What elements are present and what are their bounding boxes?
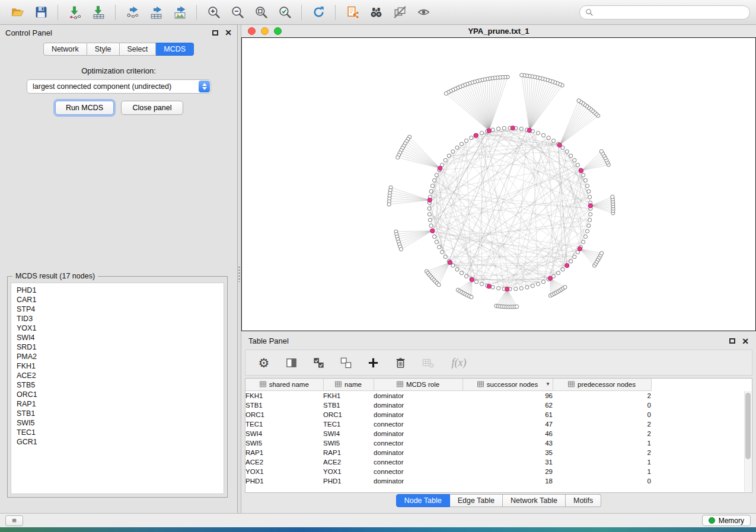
table-row[interactable]: TEC1TEC1connector472	[245, 419, 752, 429]
cell-name[interactable]: FKH1	[323, 390, 374, 400]
network-node[interactable]	[396, 156, 400, 159]
delete-table-button[interactable]	[420, 354, 435, 371]
network-node[interactable]	[428, 218, 432, 222]
network-node[interactable]	[515, 305, 518, 308]
cell-name[interactable]: ACE2	[323, 457, 374, 467]
network-node[interactable]	[531, 284, 534, 287]
delete-list-button[interactable]	[393, 354, 408, 371]
tab-network-table[interactable]: Network Table	[503, 494, 566, 507]
network-node[interactable]	[569, 259, 573, 263]
table-row[interactable]: ACE2ACE2connector311	[245, 457, 752, 467]
close-panel-button[interactable]: Close panel	[121, 101, 183, 115]
mcds-node-item[interactable]: PHD1	[11, 286, 224, 295]
refresh-view-button[interactable]	[307, 3, 330, 22]
cell-mcds-role[interactable]: dominator	[374, 429, 462, 438]
cell-mcds-role[interactable]: dominator	[374, 410, 462, 419]
cell-name[interactable]: SWI5	[323, 438, 374, 448]
table-row[interactable]: STB1STB1dominator620	[245, 400, 752, 410]
cell-shared-name[interactable]: ACE2	[245, 457, 323, 467]
network-node[interactable]	[556, 271, 560, 275]
network-node[interactable]	[429, 224, 433, 227]
cell-predecessor-nodes[interactable]: 1	[553, 467, 651, 476]
table-row[interactable]: RAP1RAP1dominator352	[245, 448, 752, 457]
mcds-network-node[interactable]	[588, 204, 592, 208]
export-image-button[interactable]	[168, 3, 191, 22]
float-panel-icon[interactable]	[212, 30, 218, 36]
network-node[interactable]	[583, 178, 587, 182]
network-node[interactable]	[432, 178, 436, 182]
mcds-node-item[interactable]: TEC1	[11, 428, 224, 437]
cell-successor-nodes[interactable]: 35	[462, 448, 553, 457]
network-node[interactable]	[589, 213, 592, 216]
tab-select[interactable]: Select	[120, 43, 157, 56]
cell-mcds-role[interactable]: connector	[374, 467, 462, 476]
cell-mcds-role[interactable]: dominator	[374, 448, 462, 457]
function-builder-button[interactable]: f(x)	[447, 354, 471, 371]
cell-successor-nodes[interactable]: 18	[462, 476, 553, 486]
select-all-button[interactable]	[311, 354, 326, 371]
cell-mcds-role[interactable]: dominator	[374, 400, 462, 410]
network-node[interactable]	[429, 190, 433, 193]
cell-predecessor-nodes[interactable]: 0	[553, 400, 651, 410]
column-header-mcds-role[interactable]: MCDS role	[374, 379, 462, 390]
close-table-panel-icon[interactable]: ✕	[742, 338, 749, 344]
mcds-node-item[interactable]: SRD1	[11, 342, 224, 352]
network-node[interactable]	[455, 268, 459, 271]
network-node[interactable]	[444, 158, 447, 162]
network-node[interactable]	[585, 184, 589, 188]
mcds-node-item[interactable]: GCR1	[11, 437, 224, 447]
network-node[interactable]	[536, 131, 540, 134]
network-node[interactable]	[438, 245, 441, 249]
cell-name[interactable]: SWI4	[323, 429, 374, 438]
column-header-shared-name[interactable]: shared name	[245, 379, 323, 390]
table-row[interactable]: ORC1ORC1dominator610	[245, 410, 752, 419]
network-node[interactable]	[428, 213, 431, 216]
cell-shared-name[interactable]: RAP1	[245, 448, 323, 457]
network-node[interactable]	[444, 255, 447, 258]
cell-mcds-role[interactable]: connector	[374, 438, 462, 448]
mcds-network-node[interactable]	[578, 246, 582, 251]
network-node[interactable]	[447, 154, 451, 158]
mcds-node-item[interactable]: SWI5	[11, 418, 224, 428]
cell-predecessor-nodes[interactable]: 2	[553, 419, 651, 429]
network-node[interactable]	[460, 271, 463, 275]
show-all-button[interactable]	[412, 3, 435, 22]
mcds-network-node[interactable]	[564, 263, 569, 267]
network-node[interactable]	[497, 287, 500, 290]
cell-successor-nodes[interactable]: 29	[462, 467, 553, 476]
network-node[interactable]	[599, 149, 603, 153]
mcds-node-item[interactable]: CAR1	[11, 295, 224, 305]
network-node[interactable]	[563, 286, 567, 289]
first-neighbors-button[interactable]	[365, 3, 387, 22]
network-node[interactable]	[435, 173, 438, 177]
import-table-button[interactable]	[87, 3, 110, 22]
cell-name[interactable]: STB1	[323, 400, 374, 410]
search-box[interactable]	[579, 5, 750, 20]
copy-document-button[interactable]	[341, 3, 363, 22]
cell-name[interactable]: TEC1	[323, 419, 374, 429]
network-node[interactable]	[502, 126, 506, 130]
mcds-network-node[interactable]	[428, 198, 432, 202]
network-node[interactable]	[541, 133, 545, 137]
network-node[interactable]	[430, 184, 434, 188]
network-node[interactable]	[464, 139, 468, 142]
table-row[interactable]: PHD1PHD1dominator180	[245, 476, 752, 486]
network-node[interactable]	[551, 139, 555, 142]
network-node[interactable]	[435, 240, 438, 243]
zoom-out-button[interactable]	[226, 3, 248, 22]
cell-shared-name[interactable]: YOX1	[245, 467, 323, 476]
column-header-name[interactable]: name	[323, 379, 374, 390]
cell-shared-name[interactable]: ORC1	[245, 410, 323, 419]
cell-successor-nodes[interactable]: 61	[462, 410, 553, 419]
column-header-successor-nodes[interactable]: successor nodes ▾	[462, 379, 553, 390]
network-node[interactable]	[573, 158, 576, 162]
cell-predecessor-nodes[interactable]: 2	[553, 448, 651, 457]
network-node[interactable]	[455, 146, 459, 149]
network-node[interactable]	[491, 128, 495, 132]
network-node[interactable]	[491, 286, 495, 289]
mcds-network-node[interactable]	[448, 260, 452, 264]
cell-name[interactable]: YOX1	[323, 467, 374, 476]
cell-shared-name[interactable]: STB1	[245, 400, 323, 410]
scrollbar-thumb[interactable]	[745, 393, 751, 459]
network-node[interactable]	[587, 224, 591, 227]
